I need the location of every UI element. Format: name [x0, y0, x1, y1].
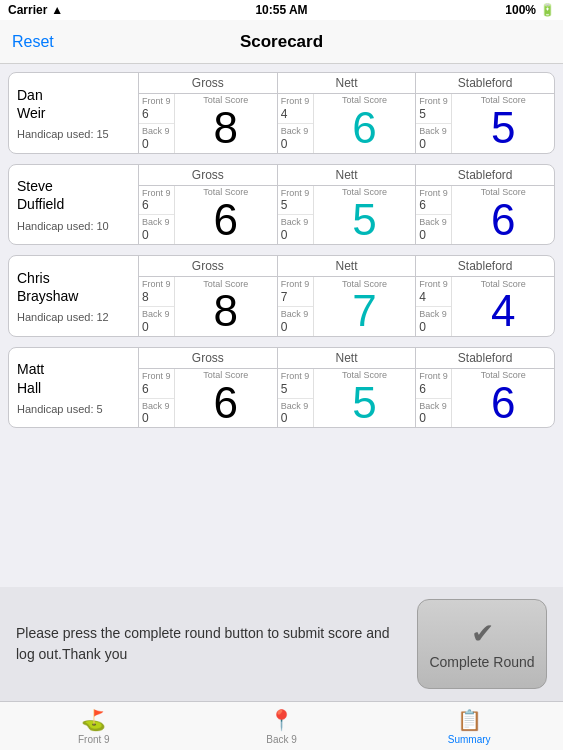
player-handicap: Handicap used: 15 — [17, 128, 130, 140]
status-right: 100% 🔋 — [505, 3, 555, 17]
status-time: 10:55 AM — [255, 3, 307, 17]
gross-front9-cell: Front 9 6 — [139, 369, 174, 399]
stableford-left: Front 9 6 Back 9 0 — [416, 369, 452, 428]
stableford-front9-cell: Front 9 4 — [416, 277, 451, 307]
tab-label: Summary — [448, 734, 491, 745]
nett-front9-cell: Front 9 5 — [278, 369, 313, 399]
stableford-back9-cell: Back 9 0 — [416, 124, 451, 153]
tab-item-back-9[interactable]: 📍 Back 9 — [188, 702, 376, 750]
tab-label: Back 9 — [266, 734, 297, 745]
scorecard-content: DanWeir Handicap used: 15 Gross Nett Sta… — [0, 64, 563, 587]
stableford-back9-cell: Back 9 0 — [416, 215, 451, 244]
stableford-total: Total Score 6 — [452, 369, 554, 428]
player-info: SteveDuffield Handicap used: 10 — [9, 165, 139, 245]
reset-button[interactable]: Reset — [12, 33, 54, 51]
gross-section: Front 9 6 Back 9 0 Total Score 6 — [139, 186, 278, 245]
gross-left: Front 9 6 Back 9 0 — [139, 369, 175, 428]
player-info: DanWeir Handicap used: 15 — [9, 73, 139, 153]
gross-header: Gross — [139, 348, 278, 368]
stableford-left: Front 9 4 Back 9 0 — [416, 277, 452, 336]
stableford-back9-cell: Back 9 0 — [416, 307, 451, 336]
stableford-front9-cell: Front 9 5 — [416, 94, 451, 124]
nett-front9-cell: Front 9 4 — [278, 94, 313, 124]
bottom-instruction-text: Please press the complete round button t… — [16, 623, 405, 665]
nett-header: Nett — [278, 165, 417, 185]
gross-back9-cell: Back 9 0 — [139, 307, 174, 336]
player-name: SteveDuffield — [17, 177, 130, 213]
battery-label: 100% — [505, 3, 536, 17]
nett-left: Front 9 5 Back 9 0 — [278, 186, 314, 245]
nett-header: Nett — [278, 348, 417, 368]
nett-section: Front 9 5 Back 9 0 Total Score 5 — [278, 369, 417, 428]
status-left: Carrier ▲ — [8, 3, 63, 17]
tab-icon: 📍 — [269, 708, 294, 732]
gross-total: Total Score 8 — [175, 277, 277, 336]
stableford-left: Front 9 6 Back 9 0 — [416, 186, 452, 245]
nett-front9-cell: Front 9 7 — [278, 277, 313, 307]
nav-bar: Reset Scorecard — [0, 20, 563, 64]
tab-item-front-9[interactable]: ⛳ Front 9 — [0, 702, 188, 750]
gross-left: Front 9 8 Back 9 0 — [139, 277, 175, 336]
card-content: Gross Nett Stableford Front 9 6 Back 9 0 — [139, 165, 554, 245]
gross-front9-cell: Front 9 8 — [139, 277, 174, 307]
card-header-row: Gross Nett Stableford — [139, 348, 554, 369]
card-header-row: Gross Nett Stableford — [139, 73, 554, 94]
gross-section: Front 9 8 Back 9 0 Total Score 8 — [139, 277, 278, 336]
stableford-left: Front 9 5 Back 9 0 — [416, 94, 452, 153]
nett-total: Total Score 5 — [314, 369, 416, 428]
stableford-header: Stableford — [416, 256, 554, 276]
player-card: MattHall Handicap used: 5 Gross Nett Sta… — [8, 347, 555, 429]
complete-round-button[interactable]: ✔ Complete Round — [417, 599, 547, 689]
tab-bar: ⛳ Front 9 📍 Back 9 📋 Summary — [0, 701, 563, 750]
gross-total: Total Score 8 — [175, 94, 277, 153]
stableford-section: Front 9 4 Back 9 0 Total Score 4 — [416, 277, 554, 336]
gross-section: Front 9 6 Back 9 0 Total Score 6 — [139, 369, 278, 428]
gross-section: Front 9 6 Back 9 0 Total Score 8 — [139, 94, 278, 153]
tab-icon: 📋 — [457, 708, 482, 732]
stableford-total: Total Score 6 — [452, 186, 554, 245]
player-info: MattHall Handicap used: 5 — [9, 348, 139, 428]
nett-total: Total Score 7 — [314, 277, 416, 336]
nett-back9-cell: Back 9 0 — [278, 124, 313, 153]
carrier-label: Carrier — [8, 3, 47, 17]
card-content: Gross Nett Stableford Front 9 8 Back 9 0 — [139, 256, 554, 336]
nett-header: Nett — [278, 73, 417, 93]
nett-left: Front 9 7 Back 9 0 — [278, 277, 314, 336]
player-name: ChrisBrayshaw — [17, 269, 130, 305]
nett-section: Front 9 5 Back 9 0 Total Score 5 — [278, 186, 417, 245]
tab-icon: ⛳ — [81, 708, 106, 732]
page-title: Scorecard — [240, 32, 323, 52]
nett-section: Front 9 4 Back 9 0 Total Score 6 — [278, 94, 417, 153]
stableford-back9-cell: Back 9 0 — [416, 399, 451, 428]
nett-total: Total Score 6 — [314, 94, 416, 153]
bottom-action-area: Please press the complete round button t… — [0, 587, 563, 701]
tab-item-summary[interactable]: 📋 Summary — [375, 702, 563, 750]
stableford-total: Total Score 5 — [452, 94, 554, 153]
gross-header: Gross — [139, 165, 278, 185]
stableford-front9-cell: Front 9 6 — [416, 186, 451, 216]
gross-left: Front 9 6 Back 9 0 — [139, 186, 175, 245]
gross-back9-cell: Back 9 0 — [139, 399, 174, 428]
gross-header: Gross — [139, 256, 278, 276]
nett-back9-cell: Back 9 0 — [278, 215, 313, 244]
battery-icon: 🔋 — [540, 3, 555, 17]
nett-back9-cell: Back 9 0 — [278, 399, 313, 428]
gross-front9-cell: Front 9 6 — [139, 94, 174, 124]
card-content: Gross Nett Stableford Front 9 6 Back 9 0 — [139, 73, 554, 153]
player-card: ChrisBrayshaw Handicap used: 12 Gross Ne… — [8, 255, 555, 337]
stableford-total: Total Score 4 — [452, 277, 554, 336]
player-info: ChrisBrayshaw Handicap used: 12 — [9, 256, 139, 336]
stableford-front9-cell: Front 9 6 — [416, 369, 451, 399]
gross-total: Total Score 6 — [175, 186, 277, 245]
card-content: Gross Nett Stableford Front 9 6 Back 9 0 — [139, 348, 554, 428]
nett-front9-cell: Front 9 5 — [278, 186, 313, 216]
player-name: DanWeir — [17, 86, 130, 122]
tab-label: Front 9 — [78, 734, 110, 745]
wifi-icon: ▲ — [51, 3, 63, 17]
card-body: Front 9 8 Back 9 0 Total Score 8 — [139, 277, 554, 336]
stableford-header: Stableford — [416, 348, 554, 368]
player-handicap: Handicap used: 5 — [17, 403, 130, 415]
stableford-section: Front 9 5 Back 9 0 Total Score 5 — [416, 94, 554, 153]
player-name: MattHall — [17, 360, 130, 396]
gross-back9-cell: Back 9 0 — [139, 215, 174, 244]
